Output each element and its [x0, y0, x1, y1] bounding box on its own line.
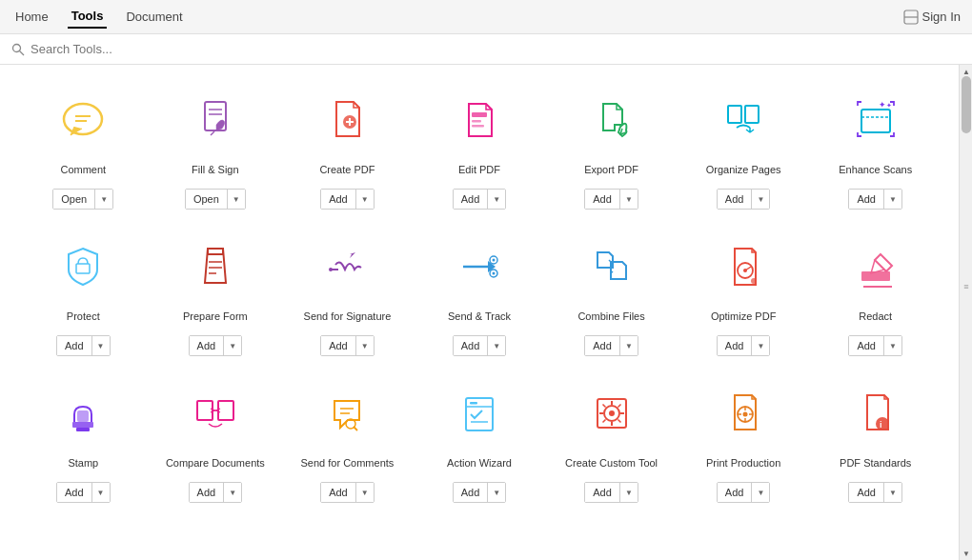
redact-add-btn[interactable]: Add	[849, 336, 884, 355]
pdf-standards-add-btn[interactable]: Add	[849, 483, 884, 502]
svg-rect-47	[218, 401, 233, 420]
tool-comment: Comment Open	[19, 80, 148, 217]
create-pdf-icon	[316, 90, 377, 150]
combine-files-dropdown-btn[interactable]	[620, 336, 638, 355]
send-comments-label: Send for Comments	[301, 450, 395, 476]
action-wizard-dropdown-btn[interactable]	[488, 483, 505, 502]
create-pdf-btn-group: Add	[320, 189, 375, 210]
send-track-add-btn[interactable]: Add	[454, 336, 489, 355]
user-icon	[903, 10, 919, 25]
export-pdf-add-btn[interactable]: Add	[585, 190, 620, 209]
compare-docs-dropdown-btn[interactable]	[224, 483, 241, 502]
send-comments-dropdown-btn[interactable]	[356, 483, 374, 502]
search-icon	[11, 43, 25, 56]
stamp-btn-group: Add	[56, 482, 111, 503]
enhance-scans-add-btn[interactable]: Add	[849, 190, 884, 209]
enhance-scans-btn-group: Add	[848, 189, 902, 210]
create-custom-dropdown-btn[interactable]	[620, 483, 638, 502]
tool-redact: Redact Add	[811, 227, 940, 364]
compare-docs-add-btn[interactable]: Add	[190, 483, 225, 502]
stamp-add-btn[interactable]: Add	[57, 483, 92, 502]
search-input[interactable]	[30, 42, 221, 56]
enhance-scans-dropdown-btn[interactable]	[884, 190, 901, 209]
prepare-form-dropdown-btn[interactable]	[224, 336, 241, 355]
svg-point-2	[13, 44, 21, 51]
tool-fill-sign: Fill & Sign Open	[152, 80, 280, 217]
optimize-pdf-add-btn[interactable]: Add	[718, 336, 753, 355]
create-pdf-add-btn[interactable]: Add	[321, 190, 356, 209]
redact-dropdown-btn[interactable]	[884, 336, 901, 355]
svg-text:✦: ✦	[879, 100, 886, 110]
nav-home[interactable]: Home	[11, 6, 52, 28]
tool-send-track: Send & Track Add	[415, 227, 544, 364]
create-custom-icon	[581, 383, 642, 444]
organize-pages-dropdown-btn[interactable]	[752, 190, 769, 209]
send-track-btn-group: Add	[453, 335, 507, 356]
export-pdf-label: Export PDF	[584, 156, 638, 183]
svg-point-32	[492, 259, 495, 262]
create-custom-label: Create Custom Tool	[565, 450, 658, 476]
scroll-down-arrow[interactable]: ▼	[960, 547, 972, 560]
organize-pages-btn-group: Add	[717, 189, 771, 210]
export-pdf-dropdown-btn[interactable]	[620, 190, 638, 209]
send-signature-add-btn[interactable]: Add	[321, 336, 356, 355]
comment-dropdown-btn[interactable]	[95, 190, 112, 209]
action-wizard-add-btn[interactable]: Add	[454, 483, 489, 502]
print-production-add-btn[interactable]: Add	[718, 483, 753, 502]
action-wizard-label: Action Wizard	[447, 450, 512, 476]
pdf-standards-label: PDF Standards	[840, 450, 911, 476]
comment-icon	[52, 90, 113, 150]
prepare-form-label: Prepare Form	[183, 303, 248, 330]
organize-pages-add-btn[interactable]: Add	[718, 190, 753, 209]
send-signature-dropdown-btn[interactable]	[356, 336, 374, 355]
protect-add-btn[interactable]: Add	[57, 336, 92, 355]
export-pdf-icon	[581, 90, 642, 150]
scrollbar-thumb[interactable]	[962, 76, 971, 133]
tools-area: Comment Open Fill & Sign	[0, 65, 959, 560]
edit-pdf-label: Edit PDF	[458, 156, 500, 183]
main-content: Comment Open Fill & Sign	[0, 65, 972, 560]
create-pdf-dropdown-btn[interactable]	[356, 190, 374, 209]
comment-btn-group: Open	[52, 189, 113, 210]
send-track-dropdown-btn[interactable]	[488, 336, 505, 355]
sign-in-button[interactable]: Sign In	[903, 10, 961, 25]
tool-optimize-pdf: Optimize PDF Add	[679, 227, 808, 364]
redact-icon	[845, 236, 906, 297]
edit-pdf-btn-group: Add	[453, 189, 507, 210]
send-signature-icon	[316, 236, 377, 297]
svg-point-28	[329, 268, 333, 271]
stamp-dropdown-btn[interactable]	[92, 483, 110, 502]
combine-files-add-btn[interactable]: Add	[585, 336, 620, 355]
fill-sign-label: Fill & Sign	[192, 156, 239, 183]
tool-prepare-form: Prepare Form Add	[152, 227, 280, 364]
optimize-pdf-dropdown-btn[interactable]	[752, 336, 769, 355]
tool-pdf-standards: i PDF Standards Add	[811, 373, 940, 510]
print-production-btn-group: Add	[717, 482, 771, 503]
fill-sign-open-btn[interactable]: Open	[186, 190, 228, 209]
prepare-form-icon	[185, 236, 246, 297]
optimize-pdf-label: Optimize PDF	[711, 303, 776, 330]
edit-pdf-add-btn[interactable]: Add	[454, 190, 489, 209]
combine-files-icon	[581, 236, 642, 297]
tool-edit-pdf: Edit PDF Add	[415, 80, 544, 217]
scrollbar[interactable]: ▲ ≡ ▼	[959, 65, 972, 560]
protect-dropdown-btn[interactable]	[92, 336, 110, 355]
organize-pages-icon	[713, 90, 774, 150]
edit-pdf-dropdown-btn[interactable]	[488, 190, 505, 209]
pdf-standards-btn-group: Add	[848, 482, 902, 503]
create-custom-add-btn[interactable]: Add	[585, 483, 620, 502]
prepare-form-add-btn[interactable]: Add	[190, 336, 225, 355]
comment-label: Comment	[60, 156, 106, 183]
pdf-standards-dropdown-btn[interactable]	[884, 483, 901, 502]
nav-tools[interactable]: Tools	[68, 5, 108, 29]
nav-document[interactable]: Document	[122, 6, 186, 28]
comment-open-btn[interactable]: Open	[53, 190, 95, 209]
tool-combine-files: Combine Files Add	[547, 227, 676, 364]
print-production-dropdown-btn[interactable]	[752, 483, 769, 502]
send-track-icon	[449, 236, 510, 297]
send-comments-add-btn[interactable]: Add	[321, 483, 356, 502]
stamp-icon	[52, 383, 113, 444]
fill-sign-dropdown-btn[interactable]	[228, 190, 245, 209]
send-comments-btn-group: Add	[320, 482, 375, 503]
tool-organize-pages: Organize Pages Add	[679, 80, 808, 217]
